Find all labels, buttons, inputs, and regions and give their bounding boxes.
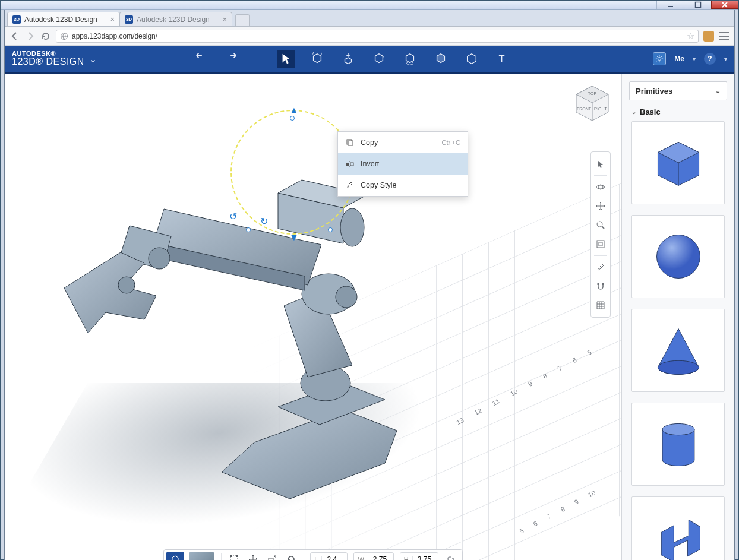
brand-menu-caret-icon[interactable]: ⌄ <box>89 53 97 65</box>
shape-cylinder[interactable] <box>631 403 725 486</box>
group-button[interactable] <box>225 552 243 560</box>
window-minimize-button[interactable] <box>656 1 684 9</box>
svg-point-37 <box>662 423 694 435</box>
insert-primitive-button[interactable] <box>339 50 357 68</box>
redo-button[interactable] <box>223 50 241 68</box>
tab-close-icon[interactable]: × <box>110 15 115 24</box>
account-label[interactable]: Me <box>674 55 684 63</box>
rotate-button[interactable] <box>282 552 300 560</box>
nav-grid-button[interactable] <box>593 298 608 313</box>
copy-icon <box>345 138 355 147</box>
nav-fit-button[interactable] <box>593 236 608 252</box>
gizmo-handle[interactable] <box>246 227 251 232</box>
shape-list[interactable] <box>622 121 734 560</box>
rotate-arrow-icon[interactable]: ↻ <box>260 216 268 227</box>
reload-button[interactable] <box>40 31 51 42</box>
text-tool-button[interactable]: T <box>494 50 511 68</box>
browser-tab-active[interactable]: 3D Autodesk 123D Design × <box>7 12 120 26</box>
arrow-right-icon <box>26 31 35 41</box>
window-maximize-button[interactable] <box>684 1 711 9</box>
primitives-dropdown[interactable]: Primitives ⌄ <box>629 81 727 100</box>
url-text: apps.123dapp.com/design/ <box>72 32 157 40</box>
arrow-left-icon <box>10 31 20 41</box>
context-menu-item-copy[interactable]: Copy Ctrl+C <box>338 132 468 153</box>
tab-close-icon[interactable]: × <box>222 15 227 24</box>
cube-icon <box>170 555 180 560</box>
reload-icon <box>41 31 50 41</box>
help-caret-icon[interactable]: ▾ <box>724 56 727 62</box>
undo-button[interactable] <box>192 50 210 68</box>
help-button[interactable]: ? <box>704 53 716 65</box>
cursor-icon <box>280 52 293 65</box>
section-toggle-basic[interactable]: ⌄ Basic <box>622 105 734 121</box>
toolbar-tools: T <box>192 50 511 68</box>
avatar-icon[interactable] <box>653 52 666 65</box>
app-brand[interactable]: AUTODESK® 123D® DESIGN <box>12 50 84 67</box>
sphere-icon <box>650 228 707 285</box>
favicon-icon: 3D <box>12 15 21 24</box>
dimension-height[interactable]: H3.75 <box>400 552 438 560</box>
hexagon-icon <box>465 52 478 65</box>
shape-sphere[interactable] <box>631 215 725 298</box>
select-tool-button[interactable] <box>277 50 295 68</box>
browser-tab-inactive[interactable]: 3D Autodesk 123D Design × <box>119 12 232 26</box>
brush-icon <box>596 262 605 272</box>
selection-ring[interactable] <box>230 110 355 235</box>
svg-point-4 <box>658 57 661 60</box>
move-button[interactable] <box>244 552 262 560</box>
nav-orbit-button[interactable] <box>593 179 608 195</box>
tab-title: Autodesk 123D Design <box>24 15 97 24</box>
address-bar[interactable]: apps.123dapp.com/design/ ☆ <box>56 30 699 43</box>
svg-point-7 <box>336 286 357 308</box>
material-swatch[interactable] <box>189 552 214 560</box>
back-button[interactable] <box>10 31 20 42</box>
orbit-icon <box>596 182 605 192</box>
pattern-tool-button[interactable] <box>463 50 481 68</box>
rotate-icon <box>286 555 296 560</box>
nav-snap-button[interactable] <box>593 279 608 294</box>
shape-cone[interactable] <box>631 309 725 392</box>
text-icon: T <box>496 52 509 65</box>
dimension-width[interactable]: W2.75 <box>353 552 393 560</box>
right-panel: Primitives ⌄ ⌄ Basic <box>621 74 734 560</box>
nav-zoom-button[interactable] <box>593 217 608 233</box>
sketch-tool-button[interactable] <box>370 50 388 68</box>
nav-pan-button[interactable] <box>593 198 608 214</box>
navigation-toolbar <box>590 151 611 318</box>
browser-menu-button[interactable] <box>719 32 729 40</box>
extension-icon[interactable] <box>703 31 714 42</box>
prism-icon <box>650 510 707 560</box>
link-dimensions-button[interactable] <box>442 552 460 560</box>
gizmo-handle[interactable] <box>328 227 333 232</box>
window-close-button[interactable] <box>711 1 738 9</box>
gizmo-handle[interactable] <box>290 116 295 121</box>
context-menu-item-copy-style[interactable]: Copy Style <box>338 175 468 196</box>
shape-prism[interactable] <box>631 496 725 560</box>
transform-tool-button[interactable] <box>308 50 326 68</box>
viewcube[interactable]: TOP FRONT RIGHT <box>571 83 613 124</box>
scale-button[interactable] <box>263 552 281 560</box>
material-button[interactable] <box>166 552 184 560</box>
new-tab-button[interactable] <box>235 14 250 26</box>
cone-icon <box>650 322 707 379</box>
dimension-length[interactable]: L2.4 <box>310 552 348 560</box>
nav-appearance-button[interactable] <box>593 260 608 275</box>
sketch-icon <box>372 52 386 65</box>
dim-l-value: 2.4 <box>322 555 347 560</box>
context-menu-item-invert[interactable]: Invert <box>338 153 468 175</box>
fit-icon <box>596 239 605 249</box>
chevron-down-icon: ⌄ <box>715 87 721 95</box>
gizmo-up-arrow-icon[interactable]: ▲ <box>289 105 299 116</box>
cube-down-icon <box>342 52 355 65</box>
account-caret-icon[interactable]: ▾ <box>693 56 696 62</box>
rotate-arrow-icon[interactable]: ↺ <box>229 211 237 222</box>
nav-select-button[interactable] <box>593 156 608 172</box>
bookmark-star-icon[interactable]: ☆ <box>687 31 694 42</box>
viewport[interactable]: 1312111098765 5678910 <box>5 74 621 560</box>
forward-button[interactable] <box>25 31 36 42</box>
modify-tool-button[interactable] <box>432 50 450 68</box>
gizmo-down-arrow-icon[interactable]: ▼ <box>289 232 299 243</box>
svg-point-9 <box>118 277 135 293</box>
shape-box[interactable] <box>631 121 725 204</box>
construct-tool-button[interactable] <box>401 50 419 68</box>
